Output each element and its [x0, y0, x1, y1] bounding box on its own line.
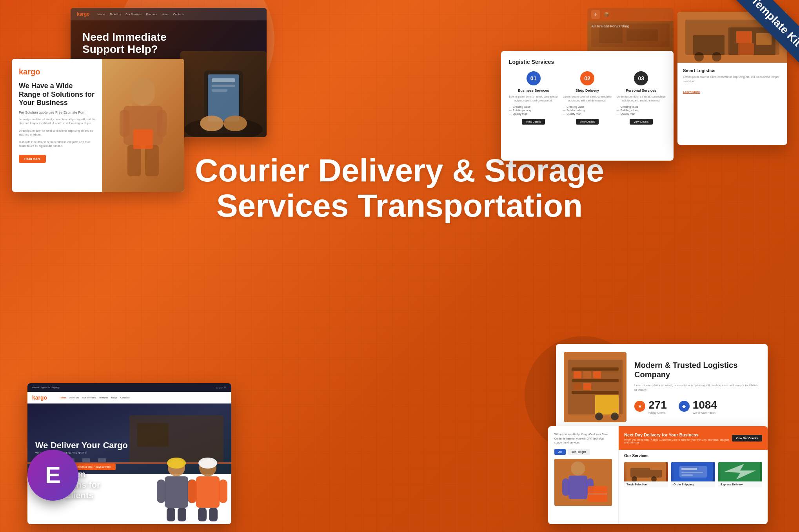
stat-item-2: ◆ 1084 World Wide Reach — [679, 399, 717, 414]
smart-learn-more[interactable]: Learn More — [683, 90, 700, 94]
elementor-logo: E — [45, 463, 61, 487]
site-nav-features[interactable]: Features — [99, 396, 108, 399]
svg-rect-44 — [188, 480, 197, 503]
site2-content: When you need help, Kargo Customer Care … — [548, 426, 768, 524]
service-item-business: 01 Business Services Lorem ipsum dolor s… — [509, 71, 558, 125]
svg-rect-17 — [599, 27, 623, 43]
svg-rect-3 — [157, 110, 167, 137]
service-icon-personal: 03 — [634, 71, 648, 85]
modern-body: Lorem ipsum dolor sit amet, consectetur … — [634, 383, 760, 393]
svg-rect-54 — [574, 371, 581, 378]
filter-btn-air[interactable]: Air Freight — [568, 449, 590, 455]
service-btn-personal[interactable]: View Details — [630, 119, 652, 125]
nav-item-news[interactable]: News — [162, 13, 169, 16]
service-title-business: Business Services — [509, 89, 558, 92]
site-nav-services[interactable]: Our Services — [82, 396, 96, 399]
stat-num-1: 271 — [648, 399, 667, 411]
logistics-heading: Logistic Services — [509, 59, 666, 65]
nav-item-features[interactable]: Features — [146, 13, 157, 16]
nav-item-services[interactable]: Our Services — [125, 13, 141, 16]
svg-rect-18 — [626, 29, 658, 41]
service-mini-express-img — [718, 462, 762, 481]
nav-item-home[interactable]: Home — [98, 13, 105, 16]
modern-heading: Modern & Trusted Logistics Company — [634, 360, 760, 379]
svg-point-63 — [571, 461, 585, 476]
service-mini-express: Express Delivery — [718, 462, 762, 487]
svg-rect-33 — [82, 458, 90, 462]
site-search[interactable]: Search 🔍 — [216, 386, 227, 389]
modern-warehouse-image — [564, 352, 626, 422]
service-btn-business[interactable]: View Details — [522, 119, 545, 125]
svg-rect-59 — [595, 395, 619, 414]
svg-rect-45 — [219, 480, 227, 503]
service-mini-order-title: Order Shipping — [671, 481, 715, 487]
nav-item-contacts[interactable]: Contacts — [173, 13, 184, 16]
site2-orange-section: Next Day Delivery for Your Business When… — [619, 426, 768, 450]
svg-rect-46 — [198, 508, 207, 521]
elementor-badge: E — [27, 450, 78, 501]
svg-rect-39 — [167, 508, 175, 521]
svg-rect-34 — [98, 458, 106, 462]
svg-rect-78 — [681, 474, 693, 476]
svg-point-13 — [200, 116, 223, 131]
card-website2: When you need help, Kargo Customer Care … — [548, 426, 768, 524]
services-grid: 01 Business Services Lorem ipsum dolor s… — [509, 71, 666, 125]
card-wide-range-image — [102, 59, 184, 192]
site-nav-contacts[interactable]: Contacts — [120, 396, 130, 399]
service-btn-shop[interactable]: View Details — [576, 119, 599, 125]
template-kit-label: Template Kit — [731, 0, 799, 67]
site-topbar: Global Logistics Company Search 🔍 — [27, 383, 231, 392]
service-title-shop: Shop Delivery — [563, 89, 612, 92]
site-nav: kargo Home About Us Our Services Feature… — [27, 392, 231, 404]
svg-rect-2 — [120, 110, 129, 137]
card-wide-range-logo: kargo — [19, 67, 40, 76]
svg-rect-0 — [131, 78, 155, 106]
svg-rect-64 — [568, 476, 587, 499]
site-nav-about[interactable]: About Us — [69, 396, 79, 399]
svg-point-61 — [611, 413, 619, 420]
svg-rect-57 — [574, 383, 581, 390]
svg-rect-12 — [212, 89, 227, 92]
card-wide-range-heading: We Have a Wide Range of Solutions for Yo… — [19, 82, 95, 107]
stat-num-2: 1084 — [693, 399, 717, 411]
service-list-shop: Creating value Building a long Quality m… — [563, 105, 612, 116]
service-icon-shop: 02 — [580, 71, 594, 85]
card-wide-range-body2: Lorem ipsum dolor sit amet consectetur a… — [19, 129, 95, 137]
svg-rect-65 — [562, 478, 569, 496]
main-title-line2: Services Transportation — [216, 188, 583, 223]
support-nav-items: Home About Us Our Services Features News… — [98, 13, 184, 16]
svg-rect-36 — [165, 476, 188, 508]
nav-item-about[interactable]: About Us — [109, 13, 121, 16]
service-item-personal: 03 Personal Services Lorem ipsum dolor s… — [617, 71, 666, 125]
service-item-shop: 02 Shop Delivery Lorem ipsum dolor sit a… — [563, 71, 612, 125]
support-hands-image — [180, 51, 267, 137]
stat-icon-1: ★ — [634, 401, 645, 412]
site2-orange-heading: Next Day Delivery for Your Business — [624, 432, 732, 437]
site2-services-heading: Our Services — [624, 454, 762, 458]
service-mini-truck-title: Truck Selection — [624, 481, 668, 487]
site-nav-home[interactable]: Home — [60, 396, 66, 399]
site2-view-courier[interactable]: View Our Courier — [732, 435, 762, 442]
svg-point-41 — [167, 458, 186, 469]
filter-btn-all[interactable]: All — [554, 449, 566, 455]
svg-rect-55 — [583, 371, 591, 378]
stat-icon-2: ◆ — [679, 401, 690, 412]
template-kit-banner: Template Kit — [705, 0, 799, 94]
svg-rect-56 — [593, 371, 601, 378]
svg-rect-70 — [630, 468, 650, 478]
card-wide-range-cta[interactable]: Read more — [19, 155, 46, 163]
service-list-personal: Creating value Building a long Quality m… — [617, 105, 666, 116]
card-logistics: Logistic Services 01 Business Services L… — [501, 51, 674, 161]
stat-label-2: World Wide Reach — [693, 411, 717, 414]
svg-rect-51 — [572, 367, 619, 371]
svg-rect-30 — [137, 423, 169, 447]
site2-delivery-image — [554, 459, 612, 506]
service-mini-truck: Truck Selection — [624, 462, 668, 487]
stat-item-1: ★ 271 Happy Clients — [634, 399, 667, 414]
site-nav-news[interactable]: News — [111, 396, 117, 399]
card-wide-range-body: Lorem ipsum dolor sit amet, consectetur … — [19, 118, 95, 126]
workers-illustration — [153, 456, 231, 524]
svg-rect-76 — [681, 468, 697, 470]
svg-rect-53 — [572, 391, 619, 394]
site2-services: Our Services Truck Selectio — [619, 450, 768, 491]
